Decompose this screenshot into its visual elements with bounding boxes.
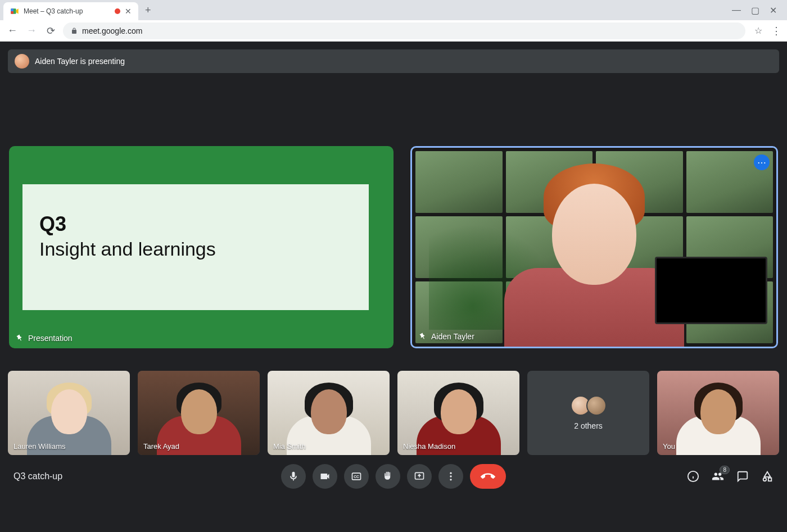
close-tab-button[interactable]: ✕	[125, 7, 132, 16]
camera-button[interactable]	[313, 464, 337, 489]
self-tile[interactable]: You	[657, 371, 779, 455]
bookmark-button[interactable]: ☆	[754, 25, 762, 36]
pin-icon	[417, 331, 428, 342]
svg-point-14	[763, 478, 767, 481]
presentation-label: Presentation	[16, 334, 73, 343]
svg-marker-13	[765, 472, 771, 477]
main-video-grid: Q3 Insight and learnings Presentation	[8, 146, 779, 348]
participant-name: Tarek Ayad	[143, 442, 179, 451]
url-text: meet.google.com	[82, 26, 142, 35]
presenting-banner: Aiden Tayler is presenting	[8, 49, 779, 73]
raise-hand-button[interactable]	[376, 464, 400, 489]
minimize-button[interactable]: —	[732, 5, 741, 16]
participant-name: You	[663, 442, 675, 451]
others-tile[interactable]: 2 others	[527, 371, 649, 455]
more-options-button[interactable]	[438, 464, 463, 489]
lock-icon	[71, 28, 78, 34]
slide-subtitle: Insight and learnings	[39, 238, 352, 260]
center-controls: CC	[137, 464, 650, 489]
browser-toolbar: ← → ⟳ meet.google.com ☆ ⋮	[0, 20, 787, 42]
mini-avatars	[571, 395, 607, 416]
participant-name: Niesha Madison	[403, 442, 455, 451]
window-titlebar: Meet – Q3 catch-up ✕ + — ▢ ✕	[0, 0, 787, 20]
forward-button[interactable]: →	[25, 25, 38, 37]
meet-app: Aiden Tayler is presenting Q3 Insight an…	[0, 42, 787, 532]
pin-icon	[14, 333, 25, 343]
new-tab-button[interactable]: +	[138, 4, 158, 16]
participant-tile[interactable]: Niesha Madison	[397, 371, 519, 455]
participants-badge: 8	[720, 466, 730, 474]
others-count: 2 others	[574, 421, 603, 430]
activities-button[interactable]	[761, 470, 774, 483]
address-bar[interactable]: meet.google.com	[63, 22, 745, 39]
leave-call-button[interactable]	[470, 464, 506, 489]
present-button[interactable]	[407, 464, 432, 489]
right-controls: 8	[650, 470, 774, 483]
participant-tile[interactable]: Mia Smith	[268, 371, 390, 455]
tab-title: Meet – Q3 catch-up	[24, 7, 110, 15]
window-controls: — ▢ ✕	[722, 5, 787, 16]
presentation-tile[interactable]: Q3 Insight and learnings Presentation	[9, 146, 394, 348]
close-window-button[interactable]: ✕	[770, 5, 777, 16]
meeting-controls-bar: Q3 catch-up CC	[8, 455, 779, 500]
meet-favicon	[10, 7, 19, 16]
presentation-slide: Q3 Insight and learnings	[19, 184, 369, 310]
participants-strip: Lauren Williams Tarek Ayad Mia Smith Nie…	[8, 371, 779, 455]
svg-rect-3	[11, 11, 13, 14]
back-button[interactable]: ←	[6, 25, 19, 37]
svg-marker-1	[16, 8, 19, 13]
svg-point-8	[450, 475, 451, 477]
recording-indicator-icon	[115, 8, 120, 14]
tile-options-button[interactable]: ⋯	[754, 154, 770, 170]
presenting-text: Aiden Tayler is presenting	[35, 57, 125, 66]
svg-point-9	[450, 479, 451, 480]
laptop-prop	[655, 257, 767, 324]
chat-button[interactable]	[736, 470, 749, 483]
participant-name: Mia Smith	[273, 442, 306, 451]
captions-button[interactable]: CC	[344, 464, 369, 489]
participant-tile[interactable]: Tarek Ayad	[138, 371, 260, 455]
mic-button[interactable]	[281, 464, 306, 489]
reload-button[interactable]: ⟳	[44, 25, 57, 37]
browser-tab[interactable]: Meet – Q3 catch-up ✕	[3, 2, 138, 20]
svg-rect-15	[768, 478, 772, 481]
presenter-avatar	[15, 54, 29, 69]
speaker-name-label: Aiden Tayler	[419, 332, 474, 341]
svg-point-7	[450, 472, 451, 474]
svg-text:CC: CC	[354, 475, 359, 479]
people-button[interactable]: 8	[712, 470, 724, 483]
participant-name: Lauren Williams	[13, 442, 65, 451]
meeting-details-button[interactable]	[687, 470, 699, 483]
maximize-button[interactable]: ▢	[751, 5, 759, 16]
meeting-name: Q3 catch-up	[13, 471, 137, 481]
svg-rect-2	[11, 8, 13, 11]
speaker-face	[552, 184, 636, 285]
participant-tile[interactable]: Lauren Williams	[8, 371, 130, 455]
active-speaker-tile[interactable]: ⋯ Aiden Tayler	[410, 146, 778, 348]
slide-title: Q3	[39, 212, 352, 236]
browser-menu-button[interactable]: ⋮	[771, 25, 781, 37]
